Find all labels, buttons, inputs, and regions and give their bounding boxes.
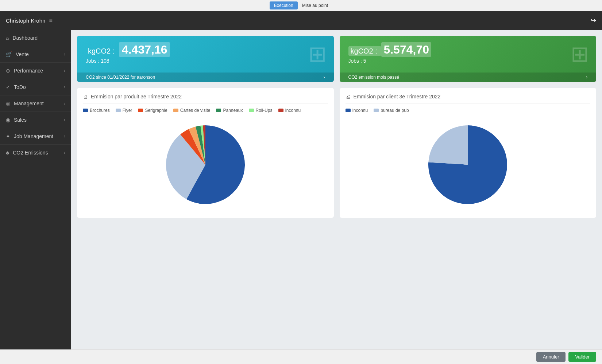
user-name: Christoph Krohn — [6, 17, 45, 24]
chevron-icon-sales: › — [64, 117, 65, 122]
kpi-footer-text-right: CO2 emission mois passé — [348, 75, 399, 80]
tab-execution[interactable]: Exécution — [270, 1, 298, 9]
chevron-icon-job: › — [64, 134, 65, 139]
chart-title-right: 🖨 Emmision par client 3e Trimestre 2022 — [346, 94, 591, 103]
legend-dot-cartes — [173, 109, 178, 112]
menu-icon[interactable]: ≡ — [49, 17, 52, 24]
legend-dot-rollups — [249, 109, 254, 112]
tab-mise-au-point[interactable]: Mise au point — [298, 1, 332, 9]
legend-rollups: Roll-Ups — [249, 108, 273, 113]
validate-button[interactable]: Valider — [568, 352, 596, 362]
legend-inconnu-left: Inconnu — [278, 108, 301, 113]
sidebar-label-performance: Performance — [14, 68, 43, 74]
print-icon-left: 🖨 — [83, 94, 88, 99]
bottom-bar: Annuler Valider — [0, 349, 602, 364]
solar-panel-icon: ⊞ — [308, 41, 327, 67]
sidebar-item-management[interactable]: ◎ Management › — [0, 95, 71, 112]
kpi-value-right: kgCO2 : 5.574,70 — [348, 43, 588, 56]
kpi-card-green[interactable]: ⊞ kgCO2 : 5.574,70 Jobs : 5 CO2 emission… — [340, 36, 597, 82]
sidebar-label-co2: CO2 Emissions — [13, 150, 48, 156]
header-left: Christoph Krohn ≡ — [6, 17, 53, 24]
chart-card-left: 🖨 Emmision par produit 3e Trimestre 2022… — [77, 88, 334, 218]
sidebar-item-performance[interactable]: ⊕ Performance › — [0, 63, 71, 79]
legend-dot-inconnu — [278, 109, 283, 112]
sidebar-item-dashboard[interactable]: ⌂ Dashboard — [0, 30, 71, 46]
dashboard-icon: ⌂ — [6, 35, 9, 41]
kpi-footer-right[interactable]: CO2 emission mois passé › — [340, 73, 597, 82]
sidebar-label-dashboard: Dashboard — [12, 35, 38, 41]
chart-title-text-right: Emmision par client 3e Trimestre 2022 — [354, 94, 441, 99]
pie-svg-left — [162, 121, 249, 208]
legend-dot-inconnu-right — [346, 109, 351, 112]
kpi-card-teal[interactable]: ⊞ kgCO2 : 4.437,16 Jobs : 108 CO2 since … — [77, 36, 334, 82]
sidebar-item-sales[interactable]: ◉ Sales › — [0, 112, 71, 128]
legend-panneaux: Panneaux — [216, 108, 243, 113]
chart-title-text-left: Emmision par produit 3e Trimestre 2022 — [91, 94, 182, 99]
sidebar-label-management: Management — [14, 101, 44, 106]
top-bar: Exécution Mise au point — [0, 0, 602, 11]
co2-icon: ♣ — [6, 150, 9, 156]
main-content: ⊞ kgCO2 : 4.437,16 Jobs : 108 CO2 since … — [71, 30, 602, 349]
sidebar-item-vente[interactable]: 🛒 Vente › — [0, 46, 71, 63]
kpi-footer-text-left: CO2 since 01/01/2022 for aaronson — [86, 75, 155, 80]
pie-chart-left — [83, 117, 328, 212]
sidebar-item-job-management[interactable]: ✦ Job Management › — [0, 128, 71, 145]
job-management-icon: ✦ — [6, 133, 10, 139]
kpi-jobs-left: Jobs : 108 — [86, 58, 325, 64]
legend-right: Inconnu bureau de pub — [346, 108, 591, 113]
legend-dot-brochures — [83, 109, 88, 112]
pie-chart-right — [346, 117, 591, 212]
kpi-jobs-right: Jobs : 5 — [348, 58, 588, 64]
sidebar-label-vente: Vente — [16, 51, 29, 57]
chevron-icon-management: › — [64, 101, 65, 106]
kpi-footer-arrow-right: › — [586, 75, 587, 80]
kpi-footer-left[interactable]: CO2 since 01/01/2022 for aaronson › — [77, 73, 334, 82]
legend-dot-serigraphie — [138, 109, 143, 112]
sidebar-item-todo[interactable]: ✓ ToDo › — [0, 79, 71, 95]
legend-bureau: bureau de pub — [374, 108, 409, 113]
header: Christoph Krohn ≡ ↪ — [0, 11, 602, 30]
legend-brochures: Brochures — [83, 108, 110, 113]
sidebar-item-co2[interactable]: ♣ CO2 Emissions › — [0, 145, 71, 161]
solar-panel-icon-right: ⊞ — [571, 41, 589, 67]
chevron-icon-todo: › — [64, 85, 65, 90]
chevron-icon: › — [64, 52, 65, 57]
sidebar-label-todo: ToDo — [14, 84, 26, 90]
kpi-value-left: kgCO2 : 4.437,16 — [86, 43, 325, 56]
kpi-value-number-right: 5.574,70 — [381, 42, 431, 57]
legend-serigraphie: Serigraphie — [138, 108, 167, 113]
logout-icon[interactable]: ↪ — [591, 16, 596, 24]
legend-dot-panneaux — [216, 109, 221, 112]
todo-icon: ✓ — [6, 84, 10, 90]
legend-flyer: Flyer — [116, 108, 132, 113]
management-icon: ◎ — [6, 101, 10, 106]
print-icon-right: 🖨 — [346, 94, 351, 99]
chevron-icon-co2: › — [64, 150, 65, 155]
legend-inconnu-right: Inconnu — [346, 108, 368, 113]
sidebar-label-sales: Sales — [14, 117, 27, 123]
vente-icon: 🛒 — [6, 51, 12, 57]
sidebar-label-job-management: Job Management — [14, 133, 53, 139]
performance-icon: ⊕ — [6, 68, 10, 74]
pie-svg-right — [424, 121, 512, 208]
cancel-button[interactable]: Annuler — [536, 352, 566, 362]
chevron-icon-performance: › — [64, 68, 65, 73]
chart-title-left: 🖨 Emmision par produit 3e Trimestre 2022 — [83, 94, 328, 103]
legend-dot-flyer — [116, 109, 121, 112]
sidebar: ⌂ Dashboard 🛒 Vente › ⊕ Performance › ✓ … — [0, 30, 71, 364]
legend-left: Brochures Flyer Serigraphie Cartes de vi… — [83, 108, 328, 113]
legend-cartes: Cartes de visite — [173, 108, 211, 113]
kpi-footer-arrow-left: › — [324, 75, 325, 80]
kpi-highlight: 4.437,16 — [119, 42, 170, 57]
legend-dot-bureau — [374, 109, 379, 112]
chart-card-right: 🖨 Emmision par client 3e Trimestre 2022 … — [340, 88, 597, 218]
sales-icon: ◉ — [6, 117, 10, 123]
